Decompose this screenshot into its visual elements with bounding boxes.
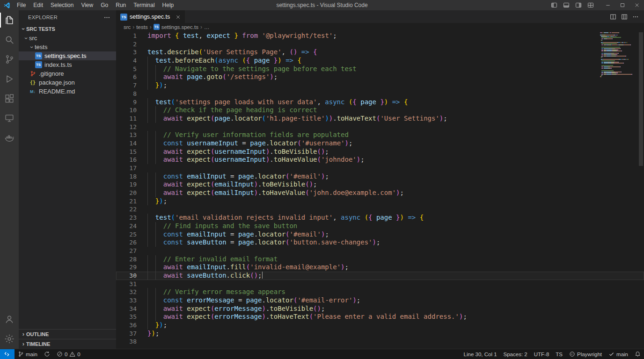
code-text[interactable] xyxy=(137,164,644,172)
code-text[interactable] xyxy=(137,205,644,214)
toggle-layout-icon[interactable] xyxy=(619,12,630,22)
code-text[interactable] xyxy=(137,337,644,346)
code-line-12: 12 xyxy=(116,123,644,131)
code-text[interactable]: await emailInput.fill('invalid-email@exa… xyxy=(137,263,644,272)
code-text[interactable]: await expect(emailInput).toBeVisible(); xyxy=(137,180,644,189)
status-language-mode[interactable]: TS xyxy=(552,349,566,359)
code-text[interactable]: test.beforeEach(async ({ page }) => { xyxy=(137,57,644,65)
customize-layout-icon[interactable] xyxy=(585,0,597,10)
code-text[interactable]: await expect(errorMessage).toHaveText('P… xyxy=(137,313,644,321)
menu-edit[interactable]: Edit xyxy=(29,0,47,10)
tree-item-settings-spec-ts[interactable]: TSsettings.spec.ts xyxy=(19,51,116,60)
tree-item-src[interactable]: ›src xyxy=(19,34,116,43)
breadcrumb-item[interactable]: TSsettings.spec.ts xyxy=(154,24,198,30)
code-text[interactable]: // Find inputs and the save button xyxy=(137,222,644,230)
panel-timeline[interactable]: ›TIMELINE xyxy=(19,339,116,349)
menu-help[interactable]: Help xyxy=(159,0,178,10)
status-playwright[interactable]: Playwright xyxy=(566,349,605,359)
minimize-button[interactable] xyxy=(600,0,615,10)
status-problems[interactable]: 00 xyxy=(53,349,84,359)
code-text[interactable]: const saveButton = page.locator('button.… xyxy=(137,238,644,247)
line-number: 2 xyxy=(116,40,137,49)
more-actions-icon[interactable] xyxy=(630,12,641,22)
code-text[interactable]: test('email validation rejects invalid i… xyxy=(137,214,644,222)
panel-outline[interactable]: ›OUTLINE xyxy=(19,329,116,339)
code-text[interactable]: // Navigate to the settings page before … xyxy=(137,65,644,73)
tree-item-tests[interactable]: ›tests xyxy=(19,43,116,51)
maximize-button[interactable] xyxy=(615,0,629,10)
code-line-6: 6 await page.goto('/settings'); xyxy=(116,73,644,81)
code-line-10: 10 // Check if the page heading is corre… xyxy=(116,106,644,115)
minimap[interactable] xyxy=(600,32,637,79)
tree-item-readme-md[interactable]: M↓README.md xyxy=(19,87,116,96)
workspace-section-header[interactable]: › SRC TESTS xyxy=(19,24,116,34)
code-text[interactable]: await expect(page.locator('h1.page-title… xyxy=(137,115,644,123)
more-actions-icon[interactable] xyxy=(103,14,110,21)
code-text[interactable]: }); xyxy=(137,330,644,338)
activity-accounts[interactable] xyxy=(0,309,19,329)
code-text[interactable]: await expect(emailInput).toHaveValue('jo… xyxy=(137,189,644,197)
tree-item--gitignore[interactable]: .gitignore xyxy=(19,69,116,78)
tab-settings-spec-ts[interactable]: TS settings.spec.ts xyxy=(116,10,185,23)
code-text[interactable]: await expect(usernameInput).toHaveValue(… xyxy=(137,156,644,164)
menu-terminal[interactable]: Terminal xyxy=(130,0,158,10)
menu-go[interactable]: Go xyxy=(97,0,112,10)
status-extension-status[interactable]: main xyxy=(605,349,631,359)
code-text[interactable]: // Enter invalid email format xyxy=(137,255,644,264)
activity-run-and-debug[interactable] xyxy=(0,69,19,89)
code-text[interactable] xyxy=(137,90,644,98)
toggle-panel-icon[interactable] xyxy=(560,0,572,10)
close-icon[interactable] xyxy=(176,14,181,20)
code-text[interactable]: await saveButton.click(); xyxy=(137,272,644,280)
code-text[interactable]: // Check if the page heading is correct xyxy=(137,106,644,115)
code-text[interactable]: import { test, expect } from '@playwrigh… xyxy=(137,32,644,40)
tree-item-package-json[interactable]: {}package.json xyxy=(19,78,116,87)
close-button[interactable] xyxy=(629,0,644,10)
code-text[interactable]: }); xyxy=(137,81,644,90)
code-text[interactable]: const usernameInput = page.locator('#use… xyxy=(137,139,644,148)
code-text[interactable]: test('settings page loads with user data… xyxy=(137,98,644,107)
status-encoding[interactable]: UTF-8 xyxy=(531,349,553,359)
code-text[interactable]: }); xyxy=(137,197,644,206)
code-text[interactable]: const errorMessage = page.locator('#emai… xyxy=(137,296,644,305)
code-text[interactable] xyxy=(137,40,644,49)
code-line-13: 13 // Verify user information fields are… xyxy=(116,131,644,139)
activity-source-control[interactable] xyxy=(0,50,19,69)
code-text[interactable]: const emailInput = page.locator('#email'… xyxy=(137,230,644,239)
code-text[interactable] xyxy=(137,280,644,288)
breadcrumb-item[interactable]: … xyxy=(204,24,210,30)
activity-search[interactable] xyxy=(0,30,19,50)
toggle-sidebar-icon[interactable] xyxy=(548,0,560,10)
activity-extensions[interactable] xyxy=(0,89,19,108)
status-indentation[interactable]: Spaces: 2 xyxy=(500,349,531,359)
breadcrumb-item[interactable]: src xyxy=(124,24,131,30)
status-branch[interactable]: main xyxy=(15,349,41,359)
code-text[interactable]: await expect(usernameInput).toBeVisible(… xyxy=(137,148,644,156)
activity-settings-gear[interactable] xyxy=(0,329,19,349)
code-text[interactable]: // Verify error message appears xyxy=(137,288,644,296)
scrollbar-thumb[interactable] xyxy=(639,32,643,166)
status-sync[interactable] xyxy=(41,349,53,359)
activity-remote-explorer[interactable] xyxy=(0,108,19,128)
split-editor-icon[interactable] xyxy=(607,12,619,22)
menu-file[interactable]: File xyxy=(13,0,29,10)
menu-selection[interactable]: Selection xyxy=(47,0,77,10)
code-text[interactable] xyxy=(137,123,644,131)
status-remote[interactable] xyxy=(0,349,15,359)
breadcrumb-item[interactable]: tests xyxy=(136,24,147,30)
menu-run[interactable]: Run xyxy=(112,0,130,10)
activity-explorer[interactable] xyxy=(0,10,19,30)
tree-item-index-ts-ts[interactable]: TSindex.ts.ts xyxy=(19,60,116,69)
status-cursor-position[interactable]: Line 30, Col 1 xyxy=(461,349,500,359)
code-text[interactable]: }); xyxy=(137,321,644,330)
status-notifications[interactable] xyxy=(631,349,644,359)
code-text[interactable]: const emailInput = page.locator('#email'… xyxy=(137,172,644,181)
menu-view[interactable]: View xyxy=(77,0,97,10)
activity-docker[interactable] xyxy=(0,128,19,148)
code-text[interactable]: test.describe('User Settings Page', () =… xyxy=(137,48,644,57)
toggle-secondary-sidebar-icon[interactable] xyxy=(572,0,585,10)
code-text[interactable]: // Verify user information fields are po… xyxy=(137,131,644,139)
code-text[interactable]: await expect(errorMessage).toBeVisible()… xyxy=(137,305,644,313)
code-text[interactable] xyxy=(137,247,644,255)
code-text[interactable]: await page.goto('/settings'); xyxy=(137,73,644,81)
